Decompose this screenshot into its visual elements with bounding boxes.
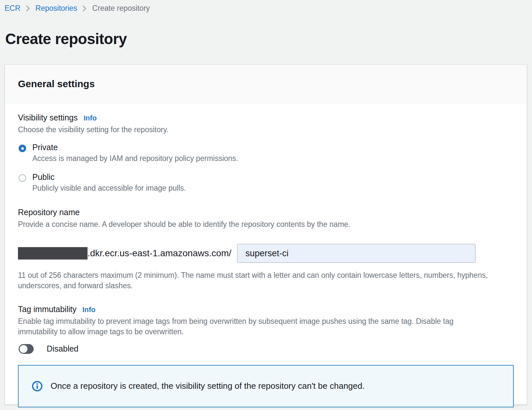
toggle-knob	[20, 345, 27, 353]
breadcrumb-chevron-icon	[82, 5, 88, 12]
visibility-alert-text: Once a repository is created, the visibi…	[51, 381, 365, 391]
radio-option-private: Private Access is managed by IAM and rep…	[18, 143, 514, 163]
radio-private-description: Access is managed by IAM and repository …	[32, 154, 238, 163]
breadcrumb-chevron-icon	[25, 5, 31, 12]
visibility-settings-description: Choose the visibility setting for the re…	[18, 125, 514, 135]
tag-immutability-state-label: Disabled	[47, 344, 78, 354]
registry-url-prefix: .dkr.ecr.us-east-1.amazonaws.com/	[88, 248, 231, 259]
tag-immutability-toggle-row: Disabled	[18, 344, 514, 354]
breadcrumb: ECR Repositories Create repository	[5, 4, 150, 13]
account-id-redacted	[18, 247, 88, 260]
panel-header: General settings	[5, 65, 527, 103]
repository-name-label: Repository name	[18, 208, 80, 217]
visibility-info-link[interactable]: Info	[84, 114, 97, 122]
radio-public-description: Publicly visible and accessible for imag…	[32, 184, 186, 193]
info-icon	[32, 381, 43, 392]
page-title: Create repository	[5, 30, 127, 48]
general-settings-panel: General settings Visibility settings Inf…	[5, 64, 527, 405]
breadcrumb-link-repositories[interactable]: Repositories	[36, 4, 77, 13]
repository-name-input[interactable]	[237, 244, 476, 263]
tag-immutability-toggle[interactable]	[19, 344, 34, 354]
panel-body: Visibility settings Info Choose the visi…	[5, 103, 527, 410]
repository-name-input-row: .dkr.ecr.us-east-1.amazonaws.com/	[18, 244, 514, 263]
tag-immutability-description: Enable tag immutability to prevent image…	[18, 316, 490, 337]
radio-public[interactable]	[19, 174, 26, 182]
visibility-alert: Once a repository is created, the visibi…	[18, 365, 514, 407]
tag-immutability-label: Tag immutability	[18, 305, 76, 314]
tag-immutability-info-link[interactable]: Info	[82, 306, 95, 314]
radio-private[interactable]	[19, 145, 26, 152]
radio-option-public: Public Publicly visible and accessible f…	[18, 172, 514, 193]
repository-name-constraints: 11 out of 256 characters maximum (2 mini…	[18, 270, 490, 291]
repository-name-description: Provide a concise name. A developer shou…	[18, 219, 514, 229]
visibility-settings-label: Visibility settings	[18, 113, 78, 122]
breadcrumb-current: Create repository	[92, 4, 150, 13]
radio-private-label[interactable]: Private	[32, 143, 58, 152]
panel-title: General settings	[18, 78, 95, 89]
breadcrumb-link-ecr[interactable]: ECR	[5, 4, 21, 13]
radio-public-label[interactable]: Public	[32, 172, 55, 181]
